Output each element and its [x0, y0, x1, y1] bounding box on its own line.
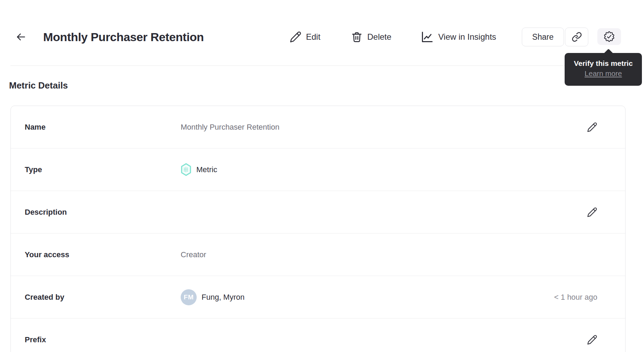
delete-label: Delete [367, 32, 391, 42]
delete-button[interactable]: Delete [351, 30, 391, 44]
row-created-by: Created by FM Fung, Myron < 1 hour ago [11, 276, 625, 319]
view-in-insights-label: View in Insights [438, 32, 496, 42]
edit-name-button[interactable] [587, 122, 597, 132]
share-label: Share [532, 32, 553, 42]
page-title: Monthly Purchaser Retention [43, 29, 204, 45]
verify-tooltip: Verify this metric Learn more [565, 53, 642, 86]
pencil-icon [290, 31, 301, 43]
avatar: FM [181, 289, 197, 305]
edit-button[interactable]: Edit [290, 30, 320, 44]
copy-link-button[interactable] [565, 28, 588, 46]
link-icon [572, 32, 582, 42]
metric-hexagon-icon [181, 163, 191, 176]
header-divider [10, 66, 634, 66]
row-name: Name Monthly Purchaser Retention [11, 106, 625, 148]
tooltip-caret [604, 49, 613, 59]
verify-metric-button[interactable] [597, 28, 621, 45]
row-description: Description [11, 191, 625, 234]
arrow-left-icon [15, 31, 26, 43]
edit-prefix-button[interactable] [587, 335, 597, 345]
row-prefix-label: Prefix [25, 335, 181, 344]
row-type-label: Type [25, 165, 181, 174]
tooltip-title: Verify this metric [565, 58, 642, 69]
line-chart-icon [421, 30, 434, 44]
metric-type-value: Metric [196, 165, 217, 174]
edit-description-button[interactable] [587, 207, 597, 217]
pencil-icon [587, 207, 597, 217]
metric-name-value: Monthly Purchaser Retention [181, 123, 280, 132]
share-button[interactable]: Share [522, 28, 564, 46]
row-created-by-label: Created by [25, 293, 181, 302]
created-by-value: Fung, Myron [202, 293, 245, 302]
row-name-label: Name [25, 123, 181, 132]
edit-label: Edit [306, 32, 320, 42]
back-button[interactable] [13, 29, 29, 45]
row-prefix: Prefix [11, 319, 625, 352]
view-in-insights-button[interactable]: View in Insights [421, 30, 496, 44]
row-description-label: Description [25, 208, 181, 217]
your-access-value: Creator [181, 250, 206, 259]
pencil-icon [587, 122, 597, 132]
trash-icon [351, 31, 363, 43]
created-time-ago: < 1 hour ago [554, 293, 597, 302]
section-title: Metric Details [9, 80, 68, 91]
metric-details-card: Name Monthly Purchaser Retention Type [10, 106, 626, 352]
row-your-access: Your access Creator [11, 234, 625, 276]
verified-badge-icon [603, 30, 616, 43]
tooltip-learn-more-link[interactable]: Learn more [584, 69, 622, 78]
row-your-access-label: Your access [25, 250, 181, 259]
pencil-icon [587, 335, 597, 345]
metric-details-page: Monthly Purchaser Retention Edit Delete … [0, 0, 644, 352]
row-type: Type Metric [11, 148, 625, 191]
